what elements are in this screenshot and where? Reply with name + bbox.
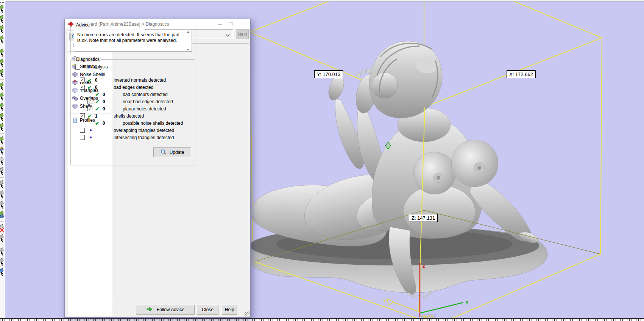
edit-tool-3-icon[interactable] bbox=[0, 257, 5, 267]
dialog-resize-grip[interactable] bbox=[245, 312, 250, 317]
selection-tool-2-icon[interactable] bbox=[0, 14, 5, 24]
full-analysis-checkbox[interactable] bbox=[75, 65, 80, 70]
diagnostic-checkbox[interactable] bbox=[87, 106, 92, 111]
update-button[interactable]: Update bbox=[153, 147, 191, 157]
x-dimension-label: X: 172.662 bbox=[507, 70, 536, 78]
help-button[interactable]: Help bbox=[222, 305, 237, 315]
diagnostic-label: intersecting triangles detected bbox=[114, 135, 174, 140]
diagnostic-checkbox[interactable] bbox=[80, 135, 85, 140]
selection-tool-3-icon[interactable] bbox=[0, 24, 5, 34]
blue-dot-icon bbox=[90, 129, 92, 131]
edit-tool-1-icon[interactable] bbox=[0, 233, 5, 243]
fix-tool-1-icon[interactable] bbox=[0, 179, 5, 189]
fix-tool-3-icon[interactable] bbox=[0, 200, 5, 210]
diagnostic-label: bad contours detected bbox=[123, 92, 168, 97]
toolbar-separator bbox=[0, 243, 5, 247]
viewport-ruler bbox=[0, 318, 644, 321]
diagnostics-group: Diagnostics Full Analysis ✔0inverted nor… bbox=[70, 59, 195, 166]
diagnostic-row: ✔0near bad edges detected bbox=[71, 98, 195, 105]
diagnostic-label: shells detected bbox=[114, 113, 144, 119]
fix-wizard-dialog: Fix Wizard (Part: Anime23Base) > Diagnos… bbox=[64, 19, 251, 318]
advice-text: No more errors are detected. It seems th… bbox=[77, 32, 179, 43]
chevron-down-icon bbox=[226, 33, 230, 38]
diagnostic-count: 0 bbox=[95, 85, 98, 90]
follow-advice-button[interactable]: Follow Advice bbox=[136, 305, 195, 315]
diagnostics-group-label: Diagnostics bbox=[75, 57, 101, 62]
diagnostic-count: 0 bbox=[95, 78, 98, 83]
green-check-icon: ✔ bbox=[95, 121, 100, 126]
advice-group-label: Advice bbox=[75, 22, 91, 28]
green-check-icon: ✔ bbox=[95, 99, 100, 104]
diagnostic-count: 1 bbox=[95, 113, 98, 119]
diagnostic-label: bad edges detected bbox=[114, 85, 153, 90]
diagnostic-label: overlapping triangles detected bbox=[114, 128, 174, 133]
diagnostic-row: ✔0planar holes detected bbox=[71, 105, 195, 112]
toolbar-separator bbox=[0, 132, 5, 135]
toolbar-separator bbox=[0, 45, 5, 48]
toolbar-separator bbox=[0, 220, 5, 223]
diagnostic-checkbox[interactable] bbox=[80, 113, 85, 118]
diagnostic-checkbox[interactable] bbox=[87, 99, 92, 104]
full-analysis-label: Full Analysis bbox=[83, 64, 108, 70]
diagnostic-row: ✔1shells detected bbox=[71, 112, 195, 119]
scroll-up-icon[interactable] bbox=[187, 31, 190, 33]
diagnostic-row: ✔0bad contours detected bbox=[71, 91, 195, 98]
green-arrow-icon bbox=[146, 306, 153, 313]
toolbar-separator bbox=[0, 176, 5, 179]
advice-text-box: No more errors are detected. It seems th… bbox=[74, 30, 192, 52]
invert-marked-tool-icon[interactable] bbox=[0, 166, 5, 176]
fix-tool-2-icon[interactable] bbox=[0, 189, 5, 200]
x-axis-letter: x bbox=[466, 299, 468, 304]
edit-tool-2-icon[interactable] bbox=[0, 247, 5, 257]
diagnostic-label: inverted normals detected bbox=[114, 78, 166, 83]
application-window: Y: 170.013 X: 172.662 Z: 147.131 WCS x y… bbox=[0, 0, 644, 321]
view-tool-icon[interactable] bbox=[0, 267, 5, 277]
mark-tool-6-icon[interactable] bbox=[0, 135, 5, 146]
delete-marked-tool-icon[interactable] bbox=[0, 223, 5, 233]
fix-marked-tool-icon[interactable] bbox=[0, 210, 5, 220]
blue-dot-icon bbox=[90, 136, 92, 138]
diagnostic-count: 0 bbox=[103, 99, 105, 104]
diagnostic-checkbox[interactable] bbox=[80, 78, 85, 82]
green-check-icon: ✔ bbox=[95, 106, 100, 112]
next-button[interactable]: Next bbox=[236, 29, 249, 39]
top-toolbar-strip bbox=[0, 0, 644, 2]
mark-tool-4-icon[interactable] bbox=[0, 112, 5, 122]
mark-tool-5-icon[interactable] bbox=[0, 122, 5, 132]
diagnostic-count: 0 bbox=[103, 121, 105, 126]
selection-tool-1-icon[interactable] bbox=[0, 4, 5, 14]
left-tool-palette bbox=[0, 0, 5, 318]
z-axis-letter: z bbox=[423, 264, 425, 268]
unmark-tool-icon[interactable] bbox=[0, 156, 5, 166]
maximize-button[interactable] bbox=[225, 20, 237, 28]
diagnostic-count: 0 bbox=[103, 106, 105, 112]
scroll-down-icon[interactable] bbox=[187, 49, 190, 51]
diagnostic-checkbox[interactable] bbox=[80, 128, 85, 133]
toolbar-grip[interactable] bbox=[0, 1, 5, 4]
minimize-button[interactable] bbox=[214, 20, 225, 28]
diagnostic-row: ✔0bad edges detected bbox=[71, 84, 195, 91]
close-button[interactable] bbox=[237, 20, 248, 28]
full-analysis-checkbox-row[interactable]: Full Analysis bbox=[75, 64, 108, 70]
mark-brush-tool-2-icon[interactable] bbox=[0, 58, 5, 68]
green-check-icon: ✔ bbox=[87, 85, 92, 90]
mark-tool-2-icon[interactable] bbox=[0, 91, 5, 102]
mark-tool-3-icon[interactable] bbox=[0, 102, 5, 112]
y-axis-letter: y bbox=[383, 297, 386, 302]
y-dimension-label: Y: 170.013 bbox=[314, 70, 343, 78]
diagnostic-row: ✔0inverted normals detected bbox=[71, 76, 195, 84]
diagnostic-checkbox[interactable] bbox=[80, 85, 85, 90]
advice-group: Advice No more errors are detected. It s… bbox=[70, 25, 195, 55]
mark-plane-tool-icon[interactable] bbox=[0, 146, 5, 156]
mark-brush-tool-3-icon[interactable] bbox=[0, 68, 5, 78]
follow-advice-label: Follow Advice bbox=[157, 307, 184, 312]
toolbar-separator bbox=[0, 78, 5, 81]
mark-brush-tool-1-icon[interactable] bbox=[0, 48, 5, 58]
selection-tool-4-icon[interactable] bbox=[0, 34, 5, 45]
diagnostic-row: overlapping triangles detected bbox=[71, 127, 195, 134]
diagnostic-row: intersecting triangles detected bbox=[71, 134, 195, 141]
mark-tool-1-icon[interactable] bbox=[0, 81, 5, 91]
close-dialog-button[interactable]: Close bbox=[197, 305, 218, 315]
diagnostic-row: ✔0possible noise shells detected bbox=[71, 119, 195, 127]
green-check-icon: ✔ bbox=[95, 92, 100, 97]
